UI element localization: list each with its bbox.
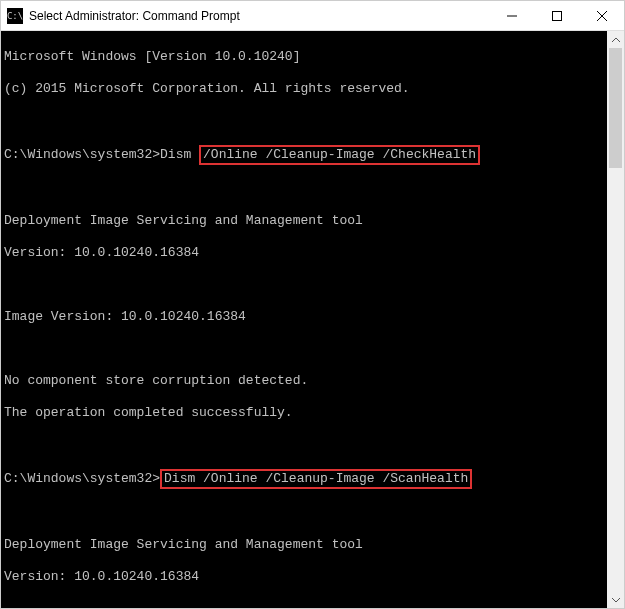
window-title: Select Administrator: Command Prompt [29,9,489,23]
output-line: No component store corruption detected. [4,373,604,389]
output-line: Microsoft Windows [Version 10.0.10240] [4,49,604,65]
terminal-area: Microsoft Windows [Version 10.0.10240] (… [1,31,624,608]
close-button[interactable] [579,1,624,30]
highlighted-command: /Online /Cleanup-Image /CheckHealth [199,145,480,165]
output-blank [4,437,604,453]
minimize-button[interactable] [489,1,534,30]
close-icon [597,11,607,21]
cmd-icon: C:\ [7,8,23,24]
scroll-up-button[interactable] [607,31,624,48]
maximize-button[interactable] [534,1,579,30]
output-blank [4,341,604,357]
prompt-text: C:\Windows\system32> [4,471,160,487]
command-line: C:\Windows\system32>Dism /Online /Cleanu… [4,145,604,165]
output-blank [4,181,604,197]
output-blank [4,277,604,293]
command-line: C:\Windows\system32>Dism /Online /Cleanu… [4,469,604,489]
prompt-text: C:\Windows\system32>Dism [4,147,199,163]
chevron-up-icon [612,36,620,44]
scroll-down-button[interactable] [607,591,624,608]
minimize-icon [507,11,517,21]
command-prompt-window: C:\ Select Administrator: Command Prompt… [0,0,625,609]
output-blank [4,113,604,129]
window-controls [489,1,624,30]
output-line: Deployment Image Servicing and Managemen… [4,537,604,553]
highlighted-command: Dism /Online /Cleanup-Image /ScanHealth [160,469,472,489]
output-line: Version: 10.0.10240.16384 [4,569,604,585]
svg-rect-1 [552,11,561,20]
chevron-down-icon [612,596,620,604]
output-line: Version: 10.0.10240.16384 [4,245,604,261]
scrollbar-thumb[interactable] [609,48,622,168]
output-line: Deployment Image Servicing and Managemen… [4,213,604,229]
titlebar[interactable]: C:\ Select Administrator: Command Prompt [1,1,624,31]
vertical-scrollbar[interactable] [607,31,624,608]
terminal-output[interactable]: Microsoft Windows [Version 10.0.10240] (… [1,31,607,608]
output-line: (c) 2015 Microsoft Corporation. All righ… [4,81,604,97]
output-line: The operation completed successfully. [4,405,604,421]
maximize-icon [552,11,562,21]
output-blank [4,505,604,521]
output-line: Image Version: 10.0.10240.16384 [4,309,604,325]
output-blank [4,601,604,608]
